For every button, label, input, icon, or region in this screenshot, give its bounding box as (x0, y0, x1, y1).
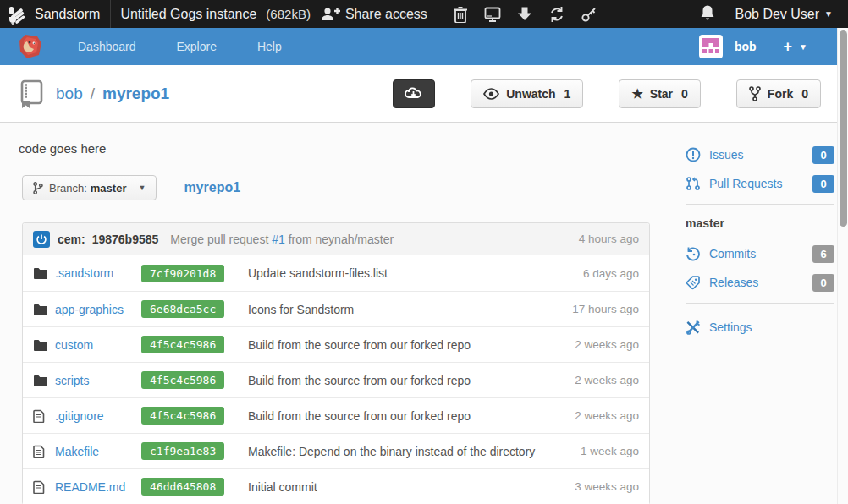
releases-count-badge: 0 (812, 274, 834, 292)
key-icon (581, 6, 597, 23)
star-icon: ★ (631, 86, 642, 101)
commit-sha-link[interactable]: 19876b9585 (92, 233, 159, 246)
repo-owner-link[interactable]: bob (56, 85, 83, 103)
repo-header: bob / myrepo1 Unwatch 1 ★ Star 0 (0, 65, 848, 123)
file-name-link[interactable]: Makefile (55, 445, 141, 458)
file-name-link[interactable]: scripts (55, 374, 141, 387)
delete-grain-button[interactable] (451, 5, 470, 24)
issues-icon (686, 147, 701, 162)
commits-history-icon (686, 246, 701, 261)
repo-breadcrumb: bob / myrepo1 (56, 85, 169, 103)
user-menu[interactable]: Bob Dev User ▼ (735, 7, 834, 22)
sidebar-divider (686, 204, 834, 205)
sandstorm-topbar: Sandstorm Untitled Gogs instance (682kB)… (0, 0, 848, 28)
repo-action-buttons: Unwatch 1 ★ Star 0 Fork 0 (393, 79, 821, 108)
new-repo-plus-button[interactable]: + (784, 38, 793, 56)
gogs-logo[interactable] (17, 33, 44, 60)
sidebar-divider (686, 303, 834, 304)
file-commit-time: 2 weeks ago (546, 374, 639, 386)
sandstorm-logo-icon[interactable] (7, 3, 29, 25)
grain-title[interactable]: Untitled Gogs instance (120, 7, 256, 22)
app-name[interactable]: Sandstorm (35, 7, 100, 22)
nav-item-help[interactable]: Help (257, 40, 282, 53)
sidebar-item-commits[interactable]: Commits 6 (686, 242, 834, 266)
share-access-button[interactable]: Share access (321, 7, 427, 22)
file-sha-badge[interactable]: 7cf90201d8 (141, 265, 224, 282)
file-commit-message: Icons for Sandstorm (248, 303, 546, 316)
file-name-link[interactable]: .gitignore (55, 409, 141, 423)
file-sha-badge[interactable]: 4f5c4c5986 (141, 407, 224, 425)
file-commit-message: Build from the source from our forked re… (248, 409, 546, 423)
pr-link[interactable]: #1 (272, 233, 285, 246)
file-sha-badge[interactable]: 4f5c4c5986 (141, 336, 224, 353)
issues-label: Issues (709, 148, 743, 162)
file-name-link[interactable]: custom (55, 338, 141, 352)
fork-button[interactable]: Fork 0 (736, 79, 821, 108)
commit-message-suffix: from neynah/master (289, 233, 394, 246)
unwatch-button[interactable]: Unwatch 1 (471, 79, 583, 108)
file-sha-badge[interactable]: 46dd645808 (141, 478, 224, 496)
star-button[interactable]: ★ Star 0 (619, 79, 700, 108)
commit-author[interactable]: cem: (58, 233, 85, 246)
person-add-icon (321, 7, 341, 22)
share-access-label: Share access (345, 7, 427, 22)
table-row: app-graphics 6e68dca5cc Icons for Sandst… (23, 291, 649, 326)
file-name-link[interactable]: app-graphics (55, 303, 141, 316)
sidebar-item-settings[interactable]: Settings (686, 315, 834, 339)
page-scrollbar[interactable] (837, 28, 848, 504)
repo-description: code goes here (19, 141, 650, 156)
caret-down-icon: ▼ (138, 184, 146, 192)
file-sha-badge[interactable]: 6e68dca5cc (141, 300, 224, 318)
caret-down-icon[interactable]: ▼ (799, 42, 807, 52)
file-name-link[interactable]: .sandstorm (55, 266, 141, 280)
scrollbar-thumb[interactable] (840, 30, 847, 227)
sidebar-item-pull-requests[interactable]: Pull Requests 0 (686, 172, 834, 195)
trash-icon (453, 6, 468, 23)
nav-username[interactable]: bob (735, 40, 757, 53)
restart-grain-button[interactable] (548, 5, 566, 24)
folder-icon (33, 267, 47, 279)
user-avatar[interactable] (699, 35, 723, 58)
commit-time: 4 hours ago (579, 233, 639, 245)
branch-icon (33, 182, 43, 194)
file-commit-time: 2 weeks ago (546, 409, 639, 422)
repo-root-link[interactable]: myrepo1 (184, 180, 240, 195)
releases-label: Releases (709, 276, 758, 289)
table-row: .gitignore 4f5c4c5986 Build from the sou… (23, 397, 649, 433)
download-backup-button[interactable] (515, 5, 534, 24)
repo-sidebar: Issues 0 Pull Requests 0 master Commits … (686, 123, 834, 504)
file-commit-time: 2 weeks ago (546, 338, 639, 351)
branch-select-button[interactable]: Branch: master ▼ (22, 175, 157, 200)
pull-requests-count-badge: 0 (812, 175, 834, 193)
folder-icon (33, 339, 47, 351)
table-row: Makefile c1f9ea1e83 Makefile: Depend on … (23, 433, 649, 468)
table-row: .sandstorm 7cf90201d8 Update sandstorm-f… (23, 255, 649, 291)
file-commit-message: Build from the source from our forked re… (248, 338, 546, 352)
file-commit-message: Update sandstorm-files.list (248, 266, 546, 280)
commit-author-avatar[interactable] (33, 231, 50, 248)
fork-count: 0 (801, 87, 808, 101)
main-column: code goes here Branch: master ▼ myrepo1 (0, 123, 650, 504)
file-icon (33, 445, 45, 458)
caret-down-icon: ▼ (824, 9, 833, 19)
pull-requests-label: Pull Requests (709, 177, 782, 190)
table-row: README.md 46dd645808 Initial commit 3 we… (23, 468, 649, 504)
file-sha-badge[interactable]: 4f5c4c5986 (141, 371, 224, 389)
notifications-bell-button[interactable] (700, 4, 715, 24)
topbar-right: Bob Dev User ▼ (700, 4, 834, 24)
file-sha-badge[interactable]: c1f9ea1e83 (141, 442, 224, 460)
file-table: cem: 19876b9585 Merge pull request #1 fr… (22, 222, 650, 504)
open-in-new-window-button[interactable] (483, 5, 502, 24)
branch-name: master (91, 182, 127, 194)
nav-item-dashboard[interactable]: Dashboard (78, 40, 136, 53)
file-commit-message: Build from the source from our forked re… (248, 374, 546, 387)
pull-request-icon (686, 176, 701, 191)
sidebar-item-releases[interactable]: Releases 0 (686, 271, 834, 294)
nav-item-explore[interactable]: Explore (177, 40, 217, 53)
repo-name-link[interactable]: myrepo1 (102, 85, 169, 103)
sidebar-item-issues[interactable]: Issues 0 (686, 143, 834, 167)
file-name-link[interactable]: README.md (55, 480, 141, 494)
power-icon (36, 233, 47, 245)
api-key-button[interactable] (580, 5, 598, 24)
clone-download-button[interactable] (393, 79, 435, 108)
